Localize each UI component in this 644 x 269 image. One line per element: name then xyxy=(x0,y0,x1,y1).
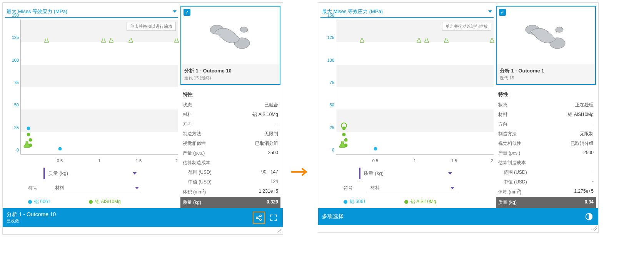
flask-icon[interactable] xyxy=(359,37,365,44)
legend-label: 铝 AlSi10Mg xyxy=(95,198,121,205)
outcome-thumbnail xyxy=(497,7,595,64)
prop-row-qty: 产量 (pcs.)2500 xyxy=(498,148,594,158)
flask-icon[interactable] xyxy=(128,37,133,44)
flask-icon[interactable] xyxy=(108,37,114,44)
scatter-chart[interactable]: 0 25 50 75 100 125 150 单击并拖动以进行缩放 xyxy=(5,20,178,166)
legend-dot-icon xyxy=(404,200,408,204)
dot-marker[interactable] xyxy=(342,133,346,136)
dot-marker[interactable] xyxy=(27,127,30,130)
prop-row-visual: 视觉相似性已取消分组 xyxy=(498,139,594,148)
plot-area[interactable]: 单击并拖动以进行缩放 xyxy=(20,20,178,155)
svg-point-2 xyxy=(240,27,248,32)
symbol-dropdown[interactable]: 材料 xyxy=(368,183,457,193)
dot-marker[interactable] xyxy=(58,147,62,151)
prop-row-orientation: 方向- xyxy=(498,119,594,129)
legend-dot-icon xyxy=(28,200,32,204)
chart-column: 最大 Mises 等效应力 (MPa) 0 25 50 75 100 125 1… xyxy=(5,6,178,208)
legend-item[interactable]: 铝 6061 xyxy=(28,198,50,205)
legend-label: 铝 6061 xyxy=(350,198,366,205)
plot-area[interactable]: 单击并拖动以进行缩放 xyxy=(336,20,494,155)
resize-handle-icon[interactable] xyxy=(277,227,283,234)
symbol-label: 符号 xyxy=(28,185,37,192)
properties-section: 特性 状态已融合 材料铝 AlSi10Mg 方向- 制造方法无限制 视觉相似性已… xyxy=(180,89,280,208)
selection-status-bar: 分析 1 - Outcome 10 已收敛 xyxy=(3,208,283,227)
outcome-preview-card[interactable]: ✓ 分析 1 - Outcome 10 迭代 15 (最终) xyxy=(180,6,280,85)
outcome-panel-right: 最大 Mises 等效应力 (MPa) 0 25 50 75 100 125 1… xyxy=(318,2,599,233)
xaxis-dropdown[interactable]: 质量 (kg) xyxy=(359,168,455,179)
flask-icon-selected[interactable] xyxy=(23,140,31,149)
x-axis: 0.5 1 1.5 2 xyxy=(336,156,494,166)
preview-subtitle: 迭代 15 (最终) xyxy=(184,75,277,81)
dot-marker[interactable] xyxy=(342,127,346,130)
outcome-preview-card[interactable]: ✓ 分析 1 - Outcome 1 迭代 15 xyxy=(496,6,596,85)
prop-row-cost-header: 估算制造成本 xyxy=(183,158,278,168)
y-axis: 0 25 50 75 100 125 150 xyxy=(5,20,20,155)
prop-row-material: 材料铝 AlSi10Mg xyxy=(183,110,278,119)
legend: 铝 6061 铝 AlSi10Mg xyxy=(28,198,178,205)
flask-icon[interactable] xyxy=(174,37,179,44)
check-icon: ✓ xyxy=(184,9,190,16)
arrow-right-icon xyxy=(291,167,310,178)
prop-row-volume: 体积 (mm3)1.275e+5 xyxy=(498,187,594,197)
share-button[interactable] xyxy=(254,212,264,223)
compare-button[interactable] xyxy=(584,211,594,222)
properties-heading: 特性 xyxy=(183,91,278,98)
expand-button[interactable] xyxy=(268,212,279,223)
y-axis: 0 25 50 75 100 125 150 xyxy=(320,20,336,155)
symbol-dropdown[interactable]: 材料 xyxy=(53,183,141,193)
flask-icon-selected[interactable] xyxy=(339,140,346,149)
symbol-label: 符号 xyxy=(344,185,353,192)
prop-row-volume: 体积 (mm3)1.231e+5 xyxy=(183,187,278,197)
statusbar-subtitle: 已收敛 xyxy=(7,218,56,224)
resize-handle-icon[interactable] xyxy=(592,225,598,232)
properties-heading: 特性 xyxy=(498,91,594,98)
chart-column: 最大 Mises 等效应力 (MPa) 0 25 50 75 100 125 1… xyxy=(320,6,494,208)
legend-label: 铝 6061 xyxy=(34,198,50,205)
symbol-dropdown-label: 材料 xyxy=(55,185,64,191)
prop-row-range: 范围 (USD)90 - 147 xyxy=(183,168,278,177)
scatter-chart[interactable]: 0 25 50 75 100 125 150 单击并拖动以进行缩放 xyxy=(320,20,494,166)
chevron-down-icon xyxy=(133,172,137,175)
legend-item[interactable]: 铝 AlSi10Mg xyxy=(404,198,436,205)
statusbar-title: 分析 1 - Outcome 10 xyxy=(7,211,56,218)
zoom-hint: 单击并拖动以进行缩放 xyxy=(127,22,176,31)
preview-title: 分析 1 - Outcome 10 xyxy=(184,67,277,74)
yaxis-dropdown[interactable]: 最大 Mises 等效应力 (MPa) xyxy=(320,6,494,18)
prop-row-method: 制造方法无限制 xyxy=(183,129,278,139)
xaxis-dropdown-label: 质量 (kg) xyxy=(48,170,68,177)
xaxis-dropdown[interactable]: 质量 (kg) xyxy=(43,168,140,179)
preview-title: 分析 1 - Outcome 1 xyxy=(500,67,592,74)
svg-point-8 xyxy=(556,27,563,32)
chevron-down-icon xyxy=(488,10,492,13)
prop-row-orientation: 方向- xyxy=(183,119,278,129)
selection-status-bar: 多项选择 xyxy=(318,208,598,225)
prop-row-status: 状态已融合 xyxy=(183,100,278,110)
flask-icon[interactable] xyxy=(416,37,422,44)
legend-label: 铝 AlSi10Mg xyxy=(410,198,436,205)
chevron-down-icon xyxy=(450,187,454,189)
flask-icon[interactable] xyxy=(424,37,429,44)
flask-icon[interactable] xyxy=(444,37,449,44)
flask-icon[interactable] xyxy=(44,37,49,44)
prop-row-cost-header: 估算制造成本 xyxy=(498,158,594,168)
dot-marker[interactable] xyxy=(374,147,377,151)
top-area: 最大 Mises 等效应力 (MPa) 0 25 50 75 100 125 1… xyxy=(3,3,283,208)
yaxis-dropdown[interactable]: 最大 Mises 等效应力 (MPa) xyxy=(5,6,178,18)
outcome-panel-left: 最大 Mises 等效应力 (MPa) 0 25 50 75 100 125 1… xyxy=(2,2,283,235)
xaxis-dropdown-label: 质量 (kg) xyxy=(364,170,384,177)
flask-icon[interactable] xyxy=(101,37,106,44)
dot-marker[interactable] xyxy=(27,133,30,136)
prop-row-median: 中值 (USD)- xyxy=(498,177,594,187)
detail-column: ✓ 分析 1 - Outcome 10 迭代 15 (最终) 特性 状态已融合 … xyxy=(180,6,280,208)
zoom-hint: 单击并拖动以进行缩放 xyxy=(442,22,491,31)
outcome-thumbnail xyxy=(181,7,280,64)
legend-item[interactable]: 铝 AlSi10Mg xyxy=(89,198,121,205)
prop-row-material: 材料铝 AlSi10Mg xyxy=(498,110,594,119)
prop-row-qty: 产量 (pcs.)2500 xyxy=(183,148,278,158)
chevron-down-icon xyxy=(448,172,452,175)
legend-item[interactable]: 铝 6061 xyxy=(344,198,366,205)
flask-icon[interactable] xyxy=(489,37,495,44)
symbol-dropdown-label: 材料 xyxy=(370,185,380,191)
x-axis: 0.5 1 1.5 2 xyxy=(20,156,178,166)
prop-row-median: 中值 (USD)124 xyxy=(183,177,278,187)
